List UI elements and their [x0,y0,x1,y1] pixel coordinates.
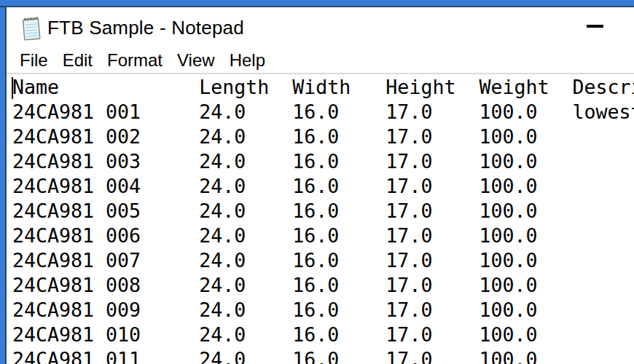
menubar: File Edit Format View Help [7,48,634,73]
window-border-left [0,0,7,364]
menu-edit[interactable]: Edit [55,50,100,71]
minimize-icon [587,25,603,28]
menu-format[interactable]: Format [100,50,170,71]
notepad-window: FTB Sample - Notepad File Edit Format Vi… [0,0,634,364]
editor-text: Name Length Width Height Weight Descript… [7,74,634,364]
menu-file[interactable]: File [12,50,55,71]
window-title: FTB Sample - Notepad [47,17,244,39]
minimize-button[interactable] [555,7,634,45]
notepad-icon [20,14,43,41]
text-caret [12,77,13,99]
text-editor[interactable]: Name Length Width Height Weight Descript… [7,74,634,364]
titlebar[interactable]: FTB Sample - Notepad [7,7,634,48]
window-border-top [0,0,634,7]
menu-help[interactable]: Help [222,50,273,71]
menu-view[interactable]: View [170,50,222,71]
